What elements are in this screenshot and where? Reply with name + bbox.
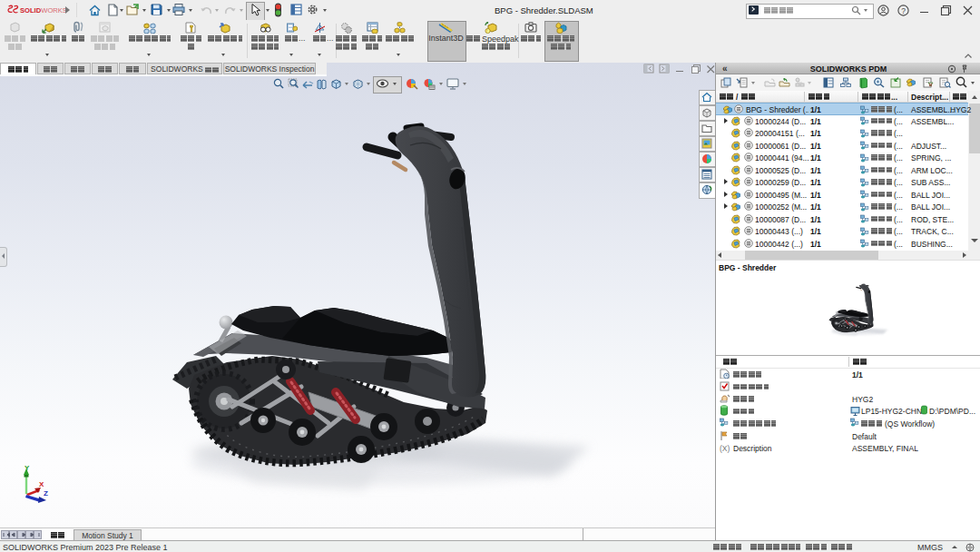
svg-text:!: ! bbox=[486, 29, 487, 34]
svg-text:SOLIDWORKS: SOLIDWORKS bbox=[20, 6, 67, 15]
svg-text:?: ? bbox=[901, 6, 906, 15]
